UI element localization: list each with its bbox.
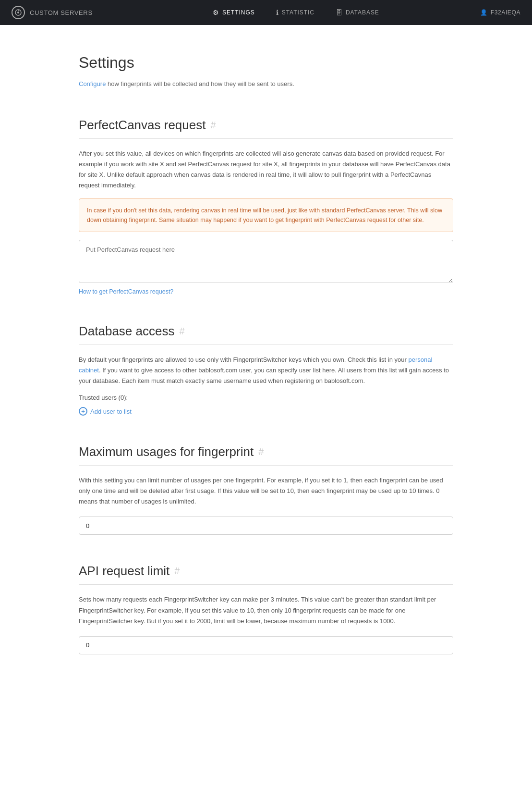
perfectcanvas-desc: After you set this value, all devices on… [79,148,453,191]
database-access-header: Database access # [79,324,453,339]
navbar: CUSTOM SERVERS ⚙ SETTINGS ℹ STATISTIC 🗄 … [0,0,532,25]
api-limit-divider [79,584,453,585]
database-access-desc: By default your fingerprints are allowed… [79,355,453,386]
perfectcanvas-title: PerfectCanvas request [79,118,206,133]
add-user-icon: + [79,407,87,416]
user-label: F32AIEQA [491,9,520,16]
section-max-usages: Maximum usages for fingerprint # With th… [79,444,453,535]
nav-user[interactable]: 👤 F32AIEQA [480,9,520,16]
page-title: Settings [79,54,453,72]
perfectcanvas-warning-box: In case if you don't set this data, rend… [79,198,453,232]
section-api-limit: API request limit # Sets how many reques… [79,564,453,654]
brand-icon [12,6,25,19]
database-icon: 🗄 [336,9,343,16]
nav-settings-label: SETTINGS [222,9,255,16]
settings-icon: ⚙ [213,9,219,16]
api-limit-input[interactable] [79,636,453,654]
add-user-label: Add user to list [90,408,132,415]
brand[interactable]: CUSTOM SERVERS [12,6,93,19]
api-limit-hash: # [174,566,180,577]
database-desc-2: . If you want to give access to other ba… [79,367,449,384]
database-access-title: Database access [79,324,174,339]
database-desc-1: By default your fingerprints are allowed… [79,356,408,363]
main-content: Settings Configure how fingerprints will… [60,25,472,722]
database-access-divider [79,344,453,345]
svg-point-1 [17,12,19,13]
perfectcanvas-textarea[interactable] [79,240,453,283]
max-usages-desc: With this setting you can limit number o… [79,475,453,507]
max-usages-hash: # [258,446,264,457]
page-subtitle: Configure how fingerprints will be colle… [79,79,453,89]
perfectcanvas-warning-text: In case if you don't set this data, rend… [87,206,445,225]
trusted-users-label: Trusted users (0): [79,394,453,401]
api-limit-header: API request limit # [79,564,453,578]
subtitle-highlight: Configure [79,80,106,87]
user-icon: 👤 [480,9,488,16]
nav-settings[interactable]: ⚙ SETTINGS [202,0,266,25]
nav-statistic-label: STATISTIC [282,9,314,16]
perfectcanvas-divider [79,138,453,139]
section-database-access: Database access # By default your finger… [79,324,453,416]
perfectcanvas-help-link[interactable]: How to get PerfectCanvas request? [79,288,173,295]
max-usages-title: Maximum usages for fingerprint [79,444,254,459]
nav-database[interactable]: 🗄 DATABASE [325,0,390,25]
nav-database-label: DATABASE [346,9,379,16]
statistic-icon: ℹ [276,9,279,16]
nav-statistic[interactable]: ℹ STATISTIC [266,0,325,25]
max-usages-header: Maximum usages for fingerprint # [79,444,453,459]
max-usages-input[interactable] [79,517,453,535]
subtitle-text: how fingerprints will be collected and h… [108,80,294,87]
database-access-hash: # [179,326,184,337]
api-limit-desc: Sets how many requests each FingerprintS… [79,594,453,626]
nav-links: ⚙ SETTINGS ℹ STATISTIC 🗄 DATABASE [112,0,481,25]
section-perfectcanvas: PerfectCanvas request # After you set th… [79,118,453,295]
max-usages-divider [79,465,453,466]
api-limit-title: API request limit [79,564,169,578]
brand-label: CUSTOM SERVERS [30,9,93,16]
perfectcanvas-hash: # [210,120,216,131]
add-user-button[interactable]: + Add user to list [79,407,132,416]
perfectcanvas-header: PerfectCanvas request # [79,118,453,133]
